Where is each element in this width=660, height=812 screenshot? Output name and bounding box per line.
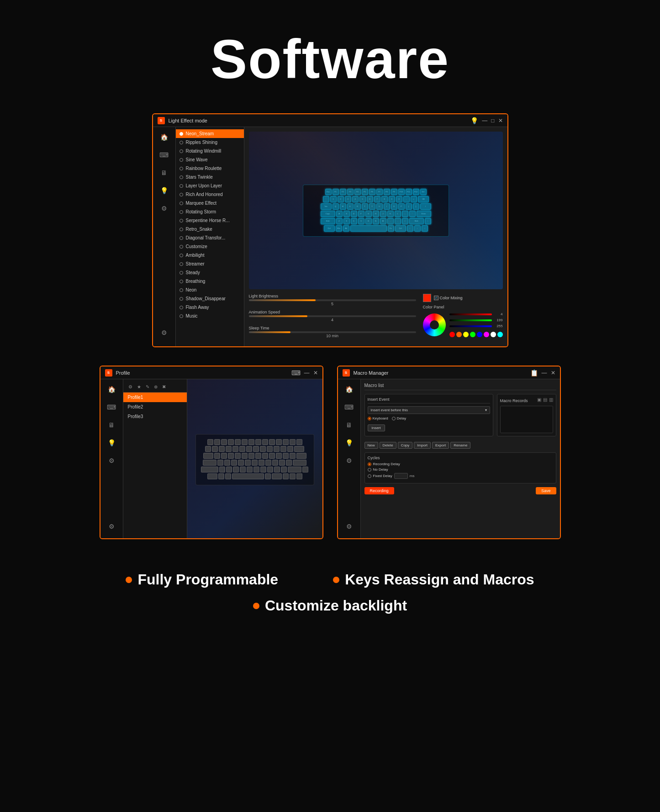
kb-key-m[interactable]: M bbox=[380, 218, 386, 224]
pk-left[interactable] bbox=[283, 473, 289, 479]
toolbar-add-btn[interactable]: ⊕ bbox=[153, 383, 159, 390]
profile-nav-home-icon[interactable]: 🏠 bbox=[106, 384, 117, 395]
pk-h[interactable] bbox=[252, 460, 258, 466]
pk-d[interactable] bbox=[231, 460, 237, 466]
brightness-track[interactable] bbox=[249, 299, 416, 301]
profile-item-3[interactable]: Profile3 bbox=[123, 412, 187, 421]
kb-key-g[interactable]: G bbox=[365, 211, 372, 217]
kb-key-8[interactable]: 8 bbox=[381, 196, 388, 202]
maximize-button[interactable]: □ bbox=[491, 117, 494, 124]
kb-key-f2[interactable]: F2 bbox=[340, 189, 346, 195]
kb-key-esc[interactable]: Esc bbox=[325, 189, 332, 195]
kb-key-win[interactable]: Win bbox=[336, 225, 342, 232]
kb-key-f9[interactable]: F9 bbox=[391, 189, 397, 195]
pk-u[interactable] bbox=[255, 453, 261, 459]
window-controls[interactable]: — □ ✕ bbox=[482, 117, 502, 124]
kb-key-right[interactable]: → bbox=[422, 225, 428, 232]
kb-key-semicolon[interactable]: ; bbox=[402, 211, 408, 217]
pk-f12[interactable] bbox=[290, 439, 296, 445]
kb-key-p[interactable]: P bbox=[398, 203, 405, 210]
kb-key-lalt[interactable]: Alt bbox=[343, 225, 349, 232]
swatch-red[interactable] bbox=[449, 332, 455, 337]
effect-item-stars-twinkle[interactable]: Stars Twinkle bbox=[176, 173, 244, 181]
pk-backspace[interactable] bbox=[294, 446, 304, 452]
kb-key-caps[interactable]: Caps bbox=[321, 211, 335, 217]
pk-a[interactable] bbox=[217, 460, 223, 466]
pk-l[interactable] bbox=[272, 460, 278, 466]
delete-button[interactable]: Delete bbox=[380, 442, 396, 449]
pk-q[interactable] bbox=[214, 453, 220, 459]
pk-v[interactable] bbox=[240, 467, 246, 472]
nav-light-icon[interactable]: 💡 bbox=[158, 185, 169, 196]
kb-key-7[interactable]: 7 bbox=[374, 196, 380, 202]
pk-f9[interactable] bbox=[269, 439, 275, 445]
effect-item-steady[interactable]: Steady bbox=[176, 268, 244, 277]
pk-j[interactable] bbox=[259, 460, 264, 466]
fixed-delay-input[interactable] bbox=[394, 473, 408, 479]
cycle-recording-delay[interactable]: Recording Delay bbox=[368, 462, 553, 466]
kb-key-f10[interactable]: F10 bbox=[398, 189, 405, 195]
pk-lctrl[interactable] bbox=[207, 473, 217, 479]
swatch-cyan[interactable] bbox=[497, 332, 503, 337]
kb-key-f3[interactable]: F3 bbox=[347, 189, 354, 195]
kb-key-fn[interactable]: Fn bbox=[388, 225, 394, 232]
kb-key-z[interactable]: Z bbox=[336, 218, 343, 224]
copy-button[interactable]: Copy bbox=[398, 442, 413, 449]
profile-item-1[interactable]: Profile1 bbox=[123, 393, 187, 402]
effect-item-streamer[interactable]: Streamer bbox=[176, 260, 244, 268]
macro-close-button[interactable]: ✕ bbox=[551, 370, 555, 376]
kb-key-lctrl[interactable]: Ctrl bbox=[324, 225, 335, 232]
kb-key-minus[interactable]: - bbox=[403, 196, 410, 202]
new-button[interactable]: New bbox=[364, 442, 378, 449]
pk-apos[interactable] bbox=[286, 460, 292, 466]
color-swatch[interactable] bbox=[423, 294, 431, 302]
effect-item-rotating-windmill[interactable]: Rotating Windmill bbox=[176, 147, 244, 155]
macro-minimize-button[interactable]: — bbox=[542, 370, 547, 376]
pk-del[interactable] bbox=[296, 439, 302, 445]
import-button[interactable]: Import bbox=[414, 442, 431, 449]
pk-c[interactable] bbox=[233, 467, 239, 472]
kb-key-b[interactable]: B bbox=[365, 218, 372, 224]
kb-key-period[interactable]: . bbox=[395, 218, 401, 224]
swatch-white[interactable] bbox=[491, 332, 496, 337]
kb-key-comma[interactable]: , bbox=[387, 218, 394, 224]
kb-key-l[interactable]: L bbox=[395, 211, 401, 217]
pk-3[interactable] bbox=[226, 446, 232, 452]
pk-5[interactable] bbox=[239, 446, 245, 452]
effect-item-layer-upon-layer[interactable]: Layer Upon Layer bbox=[176, 181, 244, 190]
pk-f5[interactable] bbox=[242, 439, 248, 445]
effect-item-diagonal-transform[interactable]: Diagonal Transfor... bbox=[176, 234, 244, 242]
kb-key-e[interactable]: E bbox=[347, 203, 354, 210]
pk-rctrl[interactable] bbox=[272, 473, 282, 479]
pk-br[interactable] bbox=[290, 453, 296, 459]
effect-item-music[interactable]: Music bbox=[176, 312, 244, 320]
kb-key-lshift[interactable]: Shift bbox=[321, 218, 335, 224]
macro-nav-settings-bottom-icon[interactable]: ⚙ bbox=[343, 521, 354, 532]
kb-key-tilde[interactable]: ` bbox=[323, 196, 329, 202]
macro-tb-btn-2[interactable]: ▤ bbox=[543, 397, 547, 402]
kb-key-y[interactable]: Y bbox=[369, 203, 375, 210]
pk-g[interactable] bbox=[245, 460, 251, 466]
kb-key-f11[interactable]: F11 bbox=[406, 189, 412, 195]
pk-t[interactable] bbox=[242, 453, 248, 459]
insert-dropdown[interactable]: Insert event before this ▾ bbox=[368, 406, 490, 414]
kb-key-f7[interactable]: F7 bbox=[376, 189, 383, 195]
nav-settings-bottom-icon[interactable]: ⚙ bbox=[158, 327, 169, 338]
pk-lalt[interactable] bbox=[225, 473, 231, 479]
kb-key-2[interactable]: 2 bbox=[338, 196, 344, 202]
pk-tilde[interactable] bbox=[205, 446, 211, 452]
macro-nav-home-icon[interactable]: 🏠 bbox=[343, 384, 354, 395]
kb-key-quote[interactable]: ' bbox=[409, 211, 416, 217]
kb-key-f4[interactable]: F4 bbox=[354, 189, 361, 195]
kb-key-s[interactable]: S bbox=[343, 211, 350, 217]
kb-key-4[interactable]: 4 bbox=[352, 196, 359, 202]
swatch-magenta[interactable] bbox=[484, 332, 489, 337]
toolbar-delete-btn[interactable]: ✖ bbox=[161, 383, 167, 390]
effect-item-customize[interactable]: Customize bbox=[176, 242, 244, 251]
pk-r[interactable] bbox=[235, 453, 241, 459]
kb-key-bracket-r[interactable]: ] bbox=[413, 203, 419, 210]
export-button[interactable]: Export bbox=[432, 442, 449, 449]
pk-f3[interactable] bbox=[228, 439, 234, 445]
macro-tb-btn-3[interactable]: ▥ bbox=[549, 397, 553, 402]
kb-key-rctrl[interactable]: Ctrl bbox=[395, 225, 406, 232]
